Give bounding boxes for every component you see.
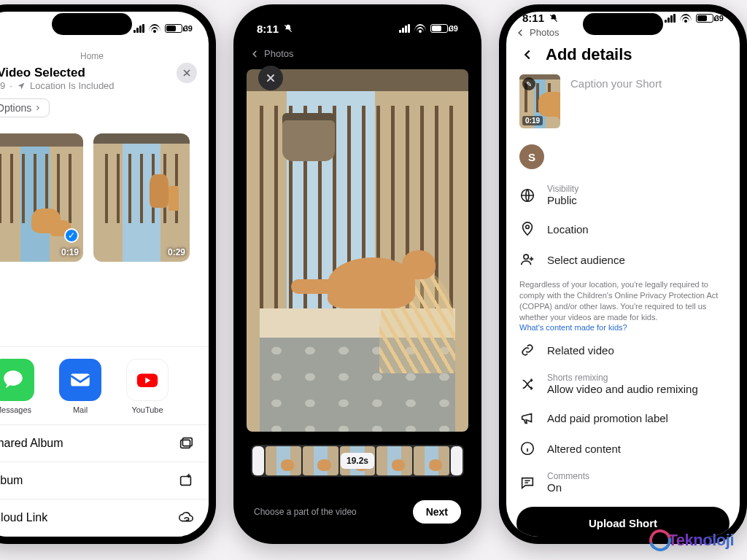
options-list: VisibilityPublic Location Select audienc… — [506, 176, 740, 275]
video-thumb-2[interactable]: 0:29 — [93, 133, 190, 262]
trim-timeline: 19.2s — [241, 438, 474, 500]
trim-handle-left[interactable] — [252, 446, 264, 475]
option-label: Visibility — [547, 184, 578, 194]
options-button[interactable]: Options — [0, 98, 50, 117]
selection-duration: 0:19 — [0, 80, 5, 91]
close-icon — [265, 72, 276, 84]
thumb-duration: 0:29 — [168, 247, 185, 257]
svg-rect-3 — [182, 438, 192, 446]
option-value: On — [547, 481, 589, 494]
location-arrow-icon — [17, 82, 26, 90]
page-title: Add details — [546, 45, 632, 64]
video-preview[interactable] — [241, 63, 474, 438]
thumb-duration: 0:19 — [61, 247, 79, 257]
close-editor-button[interactable] — [258, 66, 283, 90]
option-value: Altered content — [547, 443, 621, 455]
disclaimer-text: Regardless of your location, you're lega… — [519, 280, 718, 322]
option-value: Select audience — [547, 254, 625, 266]
shared-album-icon — [178, 435, 194, 451]
clip-duration-bubble: 19.2s — [341, 453, 374, 469]
channel-avatar: S — [519, 144, 544, 169]
cell-signal-icon — [399, 24, 410, 33]
option-value: Location — [547, 223, 589, 236]
youtube-icon — [126, 359, 169, 401]
share-app-youtube[interactable]: YouTube — [124, 359, 171, 414]
caption-row: ✎ 0:19 Caption your Short — [506, 71, 740, 139]
share-actions: Shared Album Album iCloud Link — [0, 424, 209, 537]
made-for-kids-link[interactable]: What's content made for kids? — [519, 323, 627, 332]
dynamic-island — [52, 13, 132, 35]
close-button[interactable] — [177, 63, 197, 83]
phone-share-sheet: 39 Home 1 Video Selected 0:19 · Location… — [0, 4, 216, 544]
dynamic-island — [317, 13, 398, 35]
option-remixing[interactable]: Shorts remixingAllow video and audio rem… — [519, 365, 727, 402]
silent-bell-icon — [549, 13, 559, 23]
nav-title: Home — [0, 51, 197, 61]
option-related[interactable]: Related video — [519, 335, 727, 365]
share-app-messages[interactable]: Messages — [0, 359, 36, 414]
app-label: YouTube — [131, 405, 163, 414]
option-audience[interactable]: Select audience — [519, 244, 727, 275]
svg-rect-0 — [71, 374, 90, 386]
action-shared-album[interactable]: Shared Album — [0, 425, 209, 462]
phone-trim-editor: 8:11 39 Photos — [233, 4, 481, 544]
option-visibility[interactable]: VisibilityPublic — [519, 176, 727, 214]
wifi-icon — [149, 24, 160, 33]
short-thumbnail[interactable]: ✎ 0:19 — [519, 74, 560, 128]
channel-row[interactable]: S — [506, 139, 740, 176]
chevron-left-icon — [515, 28, 525, 38]
back-arrow-icon[interactable] — [519, 47, 535, 63]
wifi-icon — [414, 24, 426, 33]
page-header: Add details — [506, 39, 740, 71]
timeline-frame — [414, 446, 449, 475]
trim-hint: Choose a part of the video — [254, 507, 357, 517]
timeline-frame — [376, 446, 412, 475]
battery-icon: 39 — [696, 14, 724, 23]
chevron-left-icon — [249, 49, 260, 59]
options-list-2: Related video Shorts remixingAllow video… — [506, 335, 740, 501]
chevron-right-icon — [34, 104, 42, 112]
megaphone-icon — [519, 410, 535, 426]
back-to-photos[interactable]: Photos — [241, 45, 474, 63]
selection-title: 1 Video Selected — [0, 66, 197, 80]
video-thumb-1[interactable]: ✓ 0:19 — [0, 133, 83, 262]
action-icloud-link[interactable]: iCloud Link — [0, 499, 209, 537]
option-value: Allow video and audio remixing — [547, 383, 698, 395]
messages-icon — [0, 359, 34, 401]
phone-add-details: 8:11 39 Photos Add details — [499, 4, 747, 544]
selection-location-note: Location Is Included — [30, 80, 115, 91]
coppa-disclaimer: Regardless of your location, you're lega… — [506, 275, 740, 335]
option-label: Comments — [547, 471, 589, 481]
timeline-frame — [303, 446, 338, 475]
video-thumbnails: ✓ 0:19 0:29 — [0, 125, 209, 275]
options-label: Options — [0, 102, 31, 114]
info-icon — [519, 440, 535, 456]
trim-handle-right[interactable] — [451, 446, 462, 475]
battery-icon: 39 — [430, 24, 458, 33]
caption-input[interactable]: Caption your Short — [570, 74, 662, 90]
status-time: 8:11 — [257, 23, 279, 35]
globe-icon — [519, 187, 535, 203]
option-comments[interactable]: CommentsOn — [519, 464, 727, 501]
trim-strip[interactable]: 19.2s — [251, 445, 464, 477]
option-paid-promotion[interactable]: Add paid promotion label — [519, 402, 727, 433]
album-plus-icon — [178, 472, 194, 489]
option-location[interactable]: Location — [519, 214, 727, 244]
share-app-mail[interactable]: Mail — [57, 359, 104, 414]
status-time: 8:11 — [522, 12, 544, 24]
action-album[interactable]: Album — [0, 462, 209, 499]
link-icon — [519, 342, 535, 358]
share-apps-row: Messages Mail YouTube — [0, 346, 209, 424]
site-watermark: Teknoloji — [645, 528, 738, 553]
option-altered[interactable]: Altered content — [519, 433, 727, 464]
comment-icon — [519, 475, 535, 491]
action-label: Shared Album — [0, 437, 63, 450]
next-button[interactable]: Next — [413, 500, 461, 524]
wifi-icon — [680, 14, 692, 23]
app-label: Mail — [73, 405, 88, 414]
selected-check-icon: ✓ — [64, 228, 79, 243]
cloud-link-icon — [178, 510, 194, 526]
app-label: Messages — [0, 405, 31, 414]
person-plus-icon — [519, 252, 535, 268]
dynamic-island — [583, 13, 663, 35]
